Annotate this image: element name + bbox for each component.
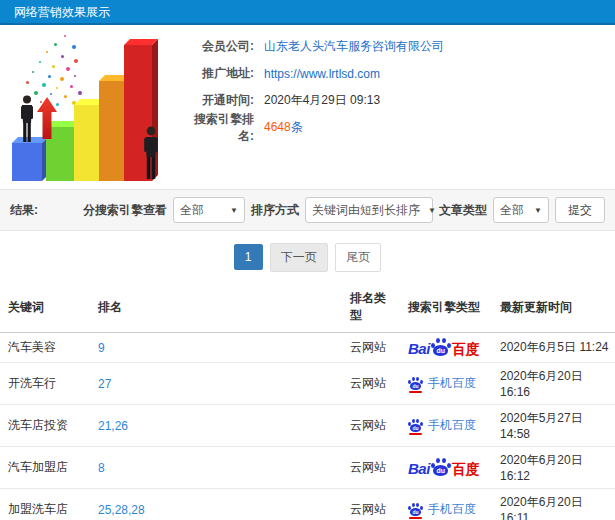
rank-cell: 9 (90, 333, 342, 363)
sort-label: 排序方式 (251, 202, 299, 219)
chevron-down-icon: ▼ (534, 206, 542, 215)
promo-url-link[interactable]: https://www.lrtlsd.com (264, 67, 380, 81)
header-engine-type: 搜索引擎类型 (400, 282, 492, 333)
baidu-paw-icon: du (408, 377, 423, 390)
open-time-value: 2020年4月29日 09:13 (264, 92, 380, 109)
sort-select[interactable]: 关键词由短到长排序 ▼ (305, 197, 433, 223)
chart-bar (99, 81, 125, 181)
table-row: 洗车店投资21,26云网站du手机百度2020年5月27日 14:58 (0, 405, 615, 447)
rank-type-cell: 云网站 (342, 363, 400, 405)
page-title: 网络营销效果展示 (14, 5, 110, 19)
engine-type-cell: Baidu百度 (400, 333, 492, 363)
mobile-baidu-logo: du手机百度 (408, 375, 476, 392)
header-rank-type: 排名类型 (342, 282, 400, 333)
promo-url-label: 推广地址: (182, 65, 254, 82)
updated-time-cell: 2020年6月5日 11:24 (492, 333, 615, 363)
article-type-label: 文章类型 (439, 202, 487, 219)
filter-bar: 结果: 分搜索引擎查看 全部 ▼ 排序方式 关键词由短到长排序 ▼ 文章类型 全… (0, 189, 615, 231)
page-1-button[interactable]: 1 (234, 244, 263, 270)
red-underline (409, 433, 422, 435)
last-page-button[interactable]: 尾页 (335, 243, 381, 272)
businessman-figure-right (141, 126, 161, 182)
rank-type-cell: 云网站 (342, 333, 400, 363)
red-underline (409, 391, 422, 393)
keyword-cell: 开洗车行 (0, 363, 90, 405)
rank-cell: 21,26 (90, 405, 342, 447)
account-info-section: 会员公司: 山东老人头汽车服务咨询有限公司 推广地址: https://www.… (0, 25, 615, 189)
engine-rank-value: 4648条 (264, 119, 303, 136)
results-table: 关键词 排名 排名类型 搜索引擎类型 最新更新时间 汽车美容9云网站Baidu百… (0, 282, 615, 520)
engine-type-cell: Baidu百度 (400, 447, 492, 489)
company-link[interactable]: 山东老人头汽车服务咨询有限公司 (264, 38, 444, 55)
chevron-down-icon: ▼ (428, 206, 436, 215)
table-header-row: 关键词 排名 排名类型 搜索引擎类型 最新更新时间 (0, 282, 615, 333)
baidu-paw-icon: du (431, 338, 451, 356)
table-row: 加盟洗车店25,28,28云网站du手机百度2020年6月20日 16:11 (0, 489, 615, 520)
baidu-paw-icon: du (408, 503, 423, 516)
rank-type-cell: 云网站 (342, 405, 400, 447)
table-row: 汽车加盟店8云网站Baidu百度2020年6月20日 16:12 (0, 447, 615, 489)
engine-type-cell: du手机百度 (400, 489, 492, 520)
submit-button[interactable]: 提交 (555, 197, 605, 223)
updated-time-cell: 2020年6月20日 16:16 (492, 363, 615, 405)
rank-type-cell: 云网站 (342, 447, 400, 489)
header-rank: 排名 (90, 282, 342, 333)
results-table-body: 汽车美容9云网站Baidu百度2020年6月5日 11:24开洗车行27云网站d… (0, 333, 615, 520)
next-page-button[interactable]: 下一页 (270, 243, 328, 272)
updated-time-cell: 2020年6月20日 16:12 (492, 447, 615, 489)
engine-rank-label: 搜索引擎排名: (182, 111, 254, 145)
baidu-paw-icon: du (408, 419, 423, 432)
red-underline (409, 517, 422, 519)
keyword-cell: 加盟洗车店 (0, 489, 90, 520)
info-row-engine-rank: 搜索引擎排名: 4648条 (182, 114, 444, 141)
engine-type-cell: du手机百度 (400, 405, 492, 447)
info-row-company: 会员公司: 山东老人头汽车服务咨询有限公司 (182, 33, 444, 60)
growth-chart-illustration (4, 31, 176, 183)
engine-filter-label: 分搜索引擎查看 (83, 202, 167, 219)
keyword-cell: 洗车店投资 (0, 405, 90, 447)
keyword-cell: 汽车加盟店 (0, 447, 90, 489)
chart-bar (74, 105, 100, 181)
rank-cell: 25,28,28 (90, 489, 342, 520)
chevron-down-icon: ▼ (230, 206, 238, 215)
pagination: 1 下一页 尾页 (0, 231, 615, 282)
baidu-logo: Baidu百度 (408, 458, 480, 476)
businessman-figure-left (18, 95, 36, 145)
info-row-url: 推广地址: https://www.lrtlsd.com (182, 60, 444, 87)
chart-bar (12, 143, 42, 181)
mobile-baidu-logo: du手机百度 (408, 501, 476, 518)
baidu-logo: Baidu百度 (408, 338, 480, 356)
rank-cell: 8 (90, 447, 342, 489)
filter-controls: 分搜索引擎查看 全部 ▼ 排序方式 关键词由短到长排序 ▼ 文章类型 全部 ▼ … (83, 197, 605, 223)
header-keyword: 关键词 (0, 282, 90, 333)
table-row: 汽车美容9云网站Baidu百度2020年6月5日 11:24 (0, 333, 615, 363)
mobile-baidu-logo: du手机百度 (408, 417, 476, 434)
engine-type-cell: du手机百度 (400, 363, 492, 405)
header-updated: 最新更新时间 (492, 282, 615, 333)
app-header: 网络营销效果展示 (0, 0, 615, 25)
open-time-label: 开通时间: (182, 92, 254, 109)
result-label: 结果: (10, 202, 38, 219)
account-info-list: 会员公司: 山东老人头汽车服务咨询有限公司 推广地址: https://www.… (182, 33, 444, 141)
baidu-paw-icon: du (431, 458, 451, 476)
article-type-select[interactable]: 全部 ▼ (493, 197, 549, 223)
engine-filter-select[interactable]: 全部 ▼ (173, 197, 245, 223)
up-arrow-icon (37, 97, 57, 139)
company-label: 会员公司: (182, 38, 254, 55)
updated-time-cell: 2020年5月27日 14:58 (492, 405, 615, 447)
keyword-cell: 汽车美容 (0, 333, 90, 363)
updated-time-cell: 2020年6月20日 16:11 (492, 489, 615, 520)
rank-type-cell: 云网站 (342, 489, 400, 520)
rank-cell: 27 (90, 363, 342, 405)
table-row: 开洗车行27云网站du手机百度2020年6月20日 16:16 (0, 363, 615, 405)
